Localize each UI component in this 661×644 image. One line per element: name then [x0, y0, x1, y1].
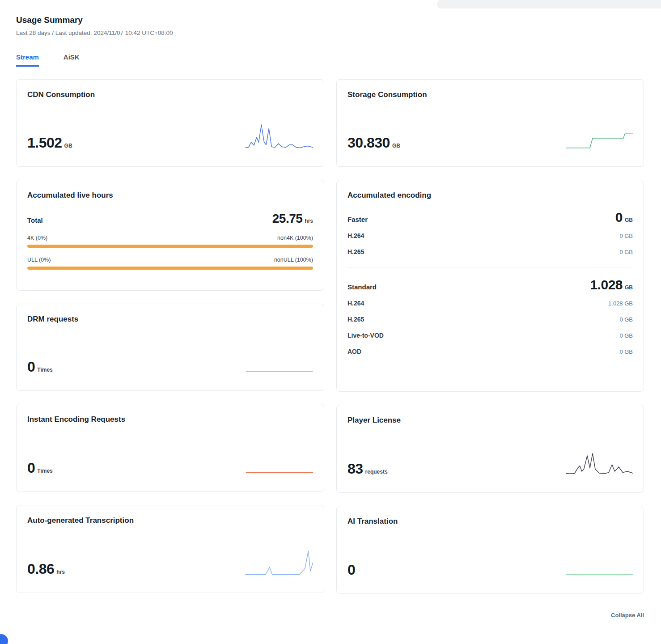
encoding-standard-value: 1.028GB	[590, 277, 633, 292]
tab-bar: Stream AiSK	[16, 53, 644, 67]
encoding-row-label: H.265	[347, 316, 364, 323]
encoding-row: H.265 0 GB	[347, 244, 633, 260]
page-title: Usage Summary	[16, 15, 644, 25]
encoding-standard-label: Standard	[347, 283, 377, 291]
tab-stream[interactable]: Stream	[16, 53, 39, 67]
encoding-row-value: 0 GB	[619, 348, 633, 355]
drm-metric: 0Times	[27, 359, 53, 375]
card-ai-translation: AI Translation 0	[336, 506, 644, 594]
transcription-value: 0.86	[27, 561, 54, 577]
storage-sparkline-chart	[566, 130, 633, 151]
transcription-unit: hrs	[56, 569, 65, 575]
encoding-faster-value: 0GB	[615, 210, 633, 225]
encoding-row: H.264 1.028 GB	[347, 295, 633, 311]
cdn-sparkline-chart	[245, 123, 313, 151]
progress-4k: 4K (0%) non4K (100%)	[27, 235, 313, 248]
encoding-title: Accumulated encoding	[347, 191, 633, 200]
cdn-unit: GB	[64, 143, 72, 149]
live-hours-total-value: 25.75hrs	[272, 212, 313, 226]
encoding-row-value: 0 GB	[619, 316, 633, 323]
encoding-row-value: 1.028 GB	[608, 300, 633, 307]
encoding-row-value: 0 GB	[619, 249, 633, 255]
encoding-section-faster: Faster 0GB H.264 0 GB H.265 0 GB	[347, 200, 633, 260]
player-license-title: Player License	[347, 416, 633, 425]
card-accumulated-live-hours: Accumulated live hours Total 25.75hrs 4K…	[16, 180, 324, 291]
encoding-row-value: 0 GB	[619, 233, 633, 239]
encoding-row-label: Live-to-VOD	[347, 332, 384, 339]
player-license-unit: requests	[365, 469, 388, 475]
ai-translation-value: 0	[347, 562, 355, 578]
instant-encoding-unit: Times	[37, 468, 52, 474]
encoding-faster-label: Faster	[347, 216, 368, 223]
drm-value: 0	[27, 359, 35, 375]
left-column: CDN Consumption 1.502GB Accumulated live…	[16, 79, 324, 594]
encoding-row-label: AOD	[347, 348, 361, 355]
card-accumulated-encoding: Accumulated encoding Faster 0GB H.264 0 …	[336, 180, 644, 392]
storage-value: 30.830	[347, 135, 390, 151]
usage-summary-page: Usage Summary Last 28 days / Last update…	[0, 0, 661, 630]
right-column: Storage Consumption 30.830GB Accumulated…	[336, 79, 644, 594]
card-instant-encoding-requests: Instant Encoding Requests 0Times	[16, 404, 324, 492]
player-license-metric: 83requests	[347, 461, 388, 477]
progress-4k-left-label: 4K (0%)	[27, 235, 47, 241]
encoding-standard-unit: GB	[625, 284, 633, 291]
cdn-metric: 1.502GB	[27, 135, 72, 151]
page-subtitle: Last 28 days / Last updated: 2024/11/07 …	[16, 30, 644, 36]
live-hours-total-number: 25.75	[272, 212, 303, 225]
page-footer: Collapse All	[16, 612, 644, 619]
cdn-title: CDN Consumption	[27, 90, 313, 99]
card-auto-generated-transcription: Auto-generated Transcription 0.86hrs	[16, 505, 324, 593]
encoding-row: AOD 0 GB	[347, 343, 633, 360]
encoding-row: Live-to-VOD 0 GB	[347, 327, 633, 343]
encoding-row-label: H.264	[347, 300, 364, 307]
storage-unit: GB	[392, 143, 400, 149]
transcription-metric: 0.86hrs	[27, 561, 65, 577]
live-hours-total-unit: hrs	[305, 218, 313, 224]
ai-translation-metric: 0	[347, 562, 357, 578]
instant-encoding-metric: 0Times	[27, 460, 53, 476]
encoding-faster-unit: GB	[625, 217, 633, 223]
progress-ull-right-label: nonULL (100%)	[274, 257, 313, 263]
live-hours-title: Accumulated live hours	[27, 191, 313, 200]
encoding-row-label: H.264	[347, 232, 364, 239]
collapse-all-link[interactable]: Collapse All	[611, 612, 644, 619]
card-drm-requests: DRM requests 0Times	[16, 304, 324, 391]
progress-ull-fill	[27, 267, 313, 270]
encoding-row: H.264 0 GB	[347, 228, 633, 244]
drm-unit: Times	[37, 367, 52, 373]
progress-4k-right-label: non4K (100%)	[277, 235, 313, 241]
encoding-faster-number: 0	[615, 210, 623, 225]
card-player-license: Player License 83requests	[336, 405, 644, 493]
encoding-section-standard: Standard 1.028GB H.264 1.028 GB H.265 0 …	[347, 267, 633, 360]
card-cdn-consumption: CDN Consumption 1.502GB	[16, 79, 324, 167]
instant-encoding-value: 0	[27, 460, 35, 476]
live-hours-total-label: Total	[27, 216, 43, 224]
transcription-title: Auto-generated Transcription	[27, 516, 313, 525]
drm-sparkline-chart	[246, 368, 313, 375]
cdn-value: 1.502	[27, 135, 62, 151]
encoding-standard-number: 1.028	[590, 277, 623, 292]
encoding-row: H.265 0 GB	[347, 311, 633, 327]
player-license-value: 83	[347, 461, 363, 477]
card-storage-consumption: Storage Consumption 30.830GB	[336, 79, 644, 167]
transcription-sparkline-chart	[245, 550, 313, 577]
floating-button-edge[interactable]	[0, 634, 8, 644]
encoding-row-value: 0 GB	[619, 332, 633, 339]
instant-encoding-sparkline-chart	[246, 469, 313, 476]
storage-metric: 30.830GB	[347, 135, 400, 151]
drm-title: DRM requests	[27, 315, 313, 324]
cards-grid: CDN Consumption 1.502GB Accumulated live…	[16, 79, 644, 594]
progress-ull-left-label: ULL (0%)	[27, 257, 51, 263]
ai-translation-title: AI Translation	[347, 517, 633, 526]
progress-ull: ULL (0%) nonULL (100%)	[27, 257, 313, 270]
tab-aisk[interactable]: AiSK	[64, 53, 80, 67]
encoding-row-label: H.265	[347, 248, 364, 255]
progress-ull-track	[27, 267, 313, 270]
progress-4k-fill	[27, 245, 313, 248]
player-license-sparkline-chart	[566, 452, 633, 477]
progress-4k-track	[27, 245, 313, 248]
ai-translation-sparkline-chart	[566, 571, 633, 578]
instant-encoding-title: Instant Encoding Requests	[27, 415, 313, 424]
storage-title: Storage Consumption	[347, 90, 633, 99]
